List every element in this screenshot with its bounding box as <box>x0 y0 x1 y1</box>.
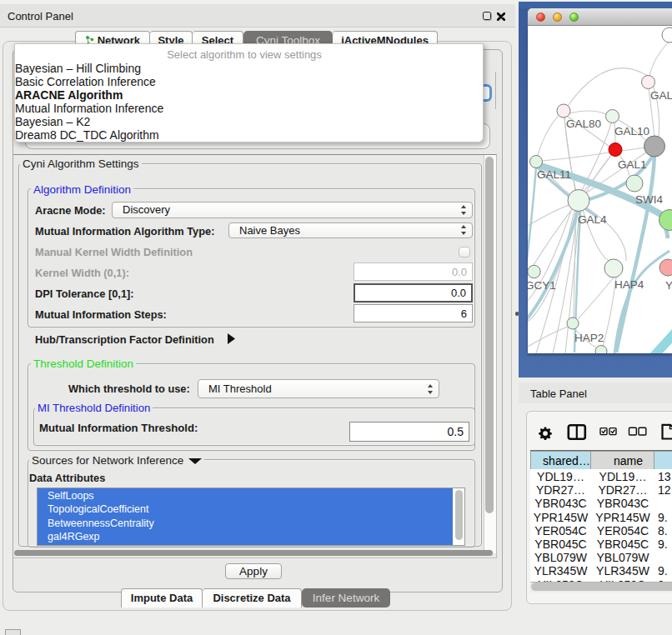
svg-text:GCY1: GCY1 <box>528 279 556 292</box>
svg-text:GAL10: GAL10 <box>614 125 649 138</box>
svg-text:GAL1: GAL1 <box>618 158 647 171</box>
svg-text:GAL4: GAL4 <box>578 213 607 226</box>
svg-text:GAL7: GAL7 <box>650 89 672 102</box>
svg-text:HAP2: HAP2 <box>574 332 604 344</box>
svg-text:SWI4: SWI4 <box>635 193 663 206</box>
svg-text:Y: Y <box>665 279 672 292</box>
svg-text:GAL11: GAL11 <box>537 168 571 181</box>
svg-text:HAP4: HAP4 <box>614 278 644 291</box>
svg-text:GAL80: GAL80 <box>566 118 601 130</box>
